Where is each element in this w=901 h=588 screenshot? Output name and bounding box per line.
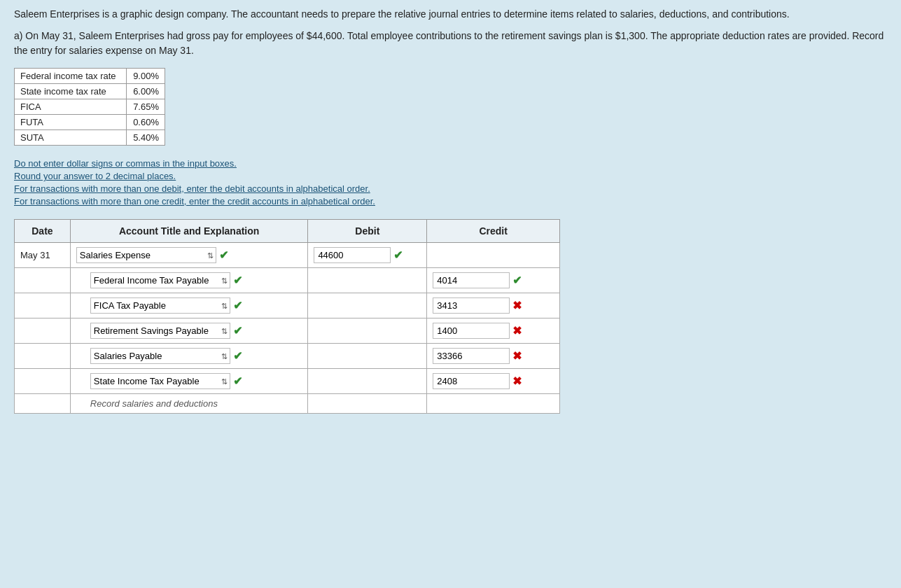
instruction-line: For transactions with more than one debi… [14, 183, 887, 194]
rate-value: 5.40% [127, 130, 165, 146]
journal-credit-cell[interactable]: ✔ [427, 268, 560, 293]
credit-input[interactable] [433, 323, 510, 339]
account-check-icon: ✔ [233, 299, 242, 312]
header-credit: Credit [427, 220, 560, 243]
rate-label: State income tax rate [15, 84, 127, 99]
rate-value: 6.00% [127, 84, 165, 99]
journal-date-cell [15, 344, 71, 369]
account-select[interactable]: Retirement Savings Payable [90, 323, 230, 339]
journal-date-cell [15, 318, 71, 344]
account-select[interactable]: FICA Tax Payable [90, 298, 230, 314]
credit-check-icon: ✔ [512, 274, 522, 287]
instructions-section: Do not enter dollar signs or commas in t… [14, 158, 887, 206]
credit-x-icon: ✖ [512, 374, 522, 388]
journal-date-cell: May 31 [15, 243, 71, 268]
journal-date-cell [15, 394, 71, 414]
rate-label: FICA [15, 99, 127, 115]
journal-account-cell[interactable]: Salaries Payable✔ [70, 344, 308, 369]
header-account: Account Title and Explanation [70, 220, 308, 243]
credit-input[interactable] [433, 298, 510, 314]
debit-input[interactable] [314, 247, 391, 263]
journal-account-cell[interactable]: Federal Income Tax Payable✔ [70, 268, 308, 293]
credit-input[interactable] [433, 272, 510, 288]
journal-credit-cell [427, 243, 560, 268]
account-check-icon: ✔ [233, 349, 242, 363]
credit-input[interactable] [433, 348, 510, 364]
rate-value: 9.00% [127, 69, 165, 84]
journal-account-cell[interactable]: Retirement Savings Payable✔ [70, 318, 308, 344]
instruction-line: Do not enter dollar signs or commas in t… [14, 158, 887, 169]
rate-label: Federal income tax rate [15, 69, 127, 84]
journal-credit-cell[interactable]: ✖ [427, 344, 560, 369]
debit-check-icon: ✔ [393, 248, 403, 262]
intro-line1: Saleem Enterprises is a graphic design c… [14, 7, 887, 22]
journal-debit-cell [308, 318, 427, 344]
instruction-line: For transactions with more than one cred… [14, 196, 887, 206]
journal-account-cell[interactable]: FICA Tax Payable✔ [70, 293, 308, 318]
rate-label: FUTA [15, 115, 127, 130]
journal-credit-cell[interactable]: ✖ [427, 293, 560, 318]
account-select[interactable]: Federal Income Tax Payable [90, 272, 230, 288]
intro-section: Saleem Enterprises is a graphic design c… [14, 7, 887, 58]
journal-date-cell [15, 268, 71, 293]
instruction-line: Round your answer to 2 decimal places. [14, 171, 887, 181]
rate-label: SUTA [15, 130, 127, 146]
account-select[interactable]: Salaries Expense [76, 247, 216, 263]
journal-account-cell[interactable]: Record salaries and deductions [70, 394, 308, 414]
account-check-icon: ✔ [233, 374, 242, 388]
journal-credit-cell [427, 394, 560, 414]
header-date: Date [15, 220, 71, 243]
credit-x-icon: ✖ [512, 299, 522, 312]
journal-debit-cell [308, 369, 427, 394]
account-check-icon: ✔ [219, 248, 228, 262]
credit-x-icon: ✖ [512, 349, 522, 363]
journal-date-cell [15, 293, 71, 318]
journal-debit-cell [308, 344, 427, 369]
rate-value: 7.65% [127, 99, 165, 115]
journal-debit-cell[interactable]: ✔ [308, 243, 427, 268]
credit-input[interactable] [433, 373, 510, 389]
journal-debit-cell [308, 394, 427, 414]
account-check-icon: ✔ [233, 274, 242, 287]
journal-date-cell [15, 369, 71, 394]
journal-table: Date Account Title and Explanation Debit… [14, 219, 560, 414]
journal-account-cell[interactable]: Salaries Expense✔ [70, 243, 308, 268]
journal-debit-cell [308, 293, 427, 318]
journal-account-cell[interactable]: State Income Tax Payable✔ [70, 369, 308, 394]
journal-debit-cell [308, 268, 427, 293]
journal-credit-cell[interactable]: ✖ [427, 318, 560, 344]
intro-line2a: a) On May 31, Saleem Enterprises had gro… [14, 29, 887, 58]
journal-credit-cell[interactable]: ✖ [427, 369, 560, 394]
journal-account-label: Record salaries and deductions [90, 398, 218, 409]
rate-value: 0.60% [127, 115, 165, 130]
credit-x-icon: ✖ [512, 324, 522, 337]
account-check-icon: ✔ [233, 324, 242, 337]
account-select[interactable]: Salaries Payable [90, 348, 230, 364]
header-debit: Debit [308, 220, 427, 243]
rates-table: Federal income tax rate9.00%State income… [14, 68, 165, 146]
account-select[interactable]: State Income Tax Payable [90, 373, 230, 389]
